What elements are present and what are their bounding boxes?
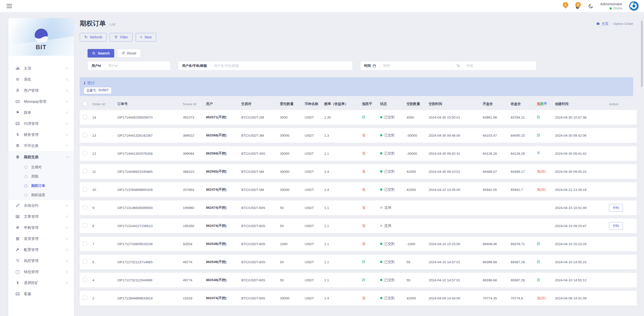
cell-order-id: 7 [92,237,117,251]
column-用户: 用户 [206,100,241,107]
cell-user: 862474(不控) [206,200,241,215]
row-checkbox[interactable] [83,115,87,119]
column-Order Id: Order Id↑ [92,100,117,107]
cell-status: 已交割 [380,146,407,161]
page-title: 期权订单 [80,19,106,28]
cell-amount: 30000 [280,182,305,197]
yen-icon: ¥ [15,280,20,285]
time-from-input[interactable] [380,61,453,70]
sidebar-item-label: 跟单 [24,110,67,115]
cell-status: 已交割 [380,255,407,269]
cell-direction: 涨 [362,182,380,197]
select-all-checkbox[interactable] [83,101,87,106]
column-result: 涨跌平 [537,100,555,107]
cell-close-price [511,219,537,233]
table-row: 12OP1714441302076358389064862568(不控)BTC/… [80,146,637,161]
sidebar-subitem-周期[interactable]: 周期 [8,172,74,181]
sidebar-item-币币交易[interactable]: B币币交易 [8,140,74,151]
sidebar-item-系统[interactable]: ⚙系统 [8,74,74,85]
column-Scene Id: Scene Id [183,100,206,107]
sidebar-item-钱包管理[interactable]: ◯钱包管理 [8,266,74,277]
cell-direction: 涨 [362,146,380,161]
sidebar-item-用户管理[interactable]: 用户管理 [8,85,74,96]
row-checkbox[interactable] [83,187,87,191]
column-交割数量: 交割数量 [407,100,429,107]
filter-button[interactable]: Filter [110,33,132,41]
row-checkbox[interactable] [83,259,87,264]
row-checkbox[interactable] [83,133,87,137]
sidebar-subitem-期权场景[interactable]: 期权场景 [8,190,74,200]
sidebar-item-质押挖矿[interactable]: ¥质押挖矿 [8,277,74,288]
refresh-icon: ↻ [84,35,88,39]
cell-user: 862548(不控) [206,237,241,251]
cell-settle-amount: 55 [407,273,429,287]
sidebar-item-Moonpay管理[interactable]: Moonpay管理 [8,96,74,107]
sort-arrow-icon[interactable]: ↑ [106,102,108,106]
cell-created-at: 2024-04-10 14:55:23 [555,255,609,269]
control-button[interactable]: 控制 [609,222,623,230]
cell-settle-time: 2024-04-22 13:35:00 [429,182,483,197]
cell-order-id: 10 [92,182,117,197]
reset-button[interactable]: ↺ Reset [117,49,141,58]
row-checkbox[interactable] [83,151,87,155]
sidebar-subitem-交易对[interactable]: 交易对 [8,163,74,172]
avatar[interactable] [628,1,639,12]
cell-amount: 30000 [280,128,305,143]
sidebar-subitem-期权订单[interactable]: 期权订单 [8,181,74,190]
breadcrumb-home-link[interactable]: 主页 [596,22,608,26]
row-checkbox[interactable] [83,205,87,209]
user-name-input[interactable] [211,61,352,70]
time-to-input[interactable] [463,61,536,70]
sidebar-item-永续合约[interactable]: 永续合约 [8,200,74,211]
wrench-icon [15,248,20,252]
sidebar-item-申购管理[interactable]: ☸申购管理 [8,222,74,233]
sidebar-item-主页[interactable]: 主页 [8,63,74,74]
sidebar-item-首页管理[interactable]: 首页管理 [8,233,74,244]
sidebar-item-配置管理[interactable]: 配置管理 [8,244,74,255]
scrollbar-thumb[interactable] [641,21,643,87]
cell-action [609,128,637,143]
search-button[interactable]: Search [88,49,114,58]
sort-arrow-icon[interactable]: ↑ [570,102,571,106]
user-info[interactable]: Administrator Online [600,2,622,10]
control-button[interactable]: 控制 [609,204,623,212]
sidebar-item-财务管理[interactable]: $财务管理 [8,129,74,140]
cell-checkbox [80,110,92,125]
circle-bullet-icon [24,166,27,169]
cell-order-id: 9 [92,200,117,215]
cell-scene-id: 389022 [183,128,206,143]
life-ring-icon: ☸ [15,225,20,230]
sidebar-item-代理管理[interactable]: 代理管理 [8,118,74,129]
sidebar-subitem-label: 交易对 [31,165,42,170]
column-收盘价: 收盘价 [511,100,537,107]
row-checkbox[interactable] [83,296,87,300]
user-id-input[interactable] [105,61,170,70]
refresh-button[interactable]: ↻ Refresh [80,33,107,41]
sidebar-item-客服[interactable]: 客服 [8,288,74,299]
chevron-left-icon [66,67,69,70]
cell-scene-id: 49774 [183,273,206,287]
cell-checkbox [80,128,92,143]
menu-toggle-icon[interactable] [7,4,12,8]
column-订单号: 订单号 [117,100,183,107]
cell-checkbox [80,291,92,305]
sidebar-item-文章管理[interactable]: 文章管理 [8,211,74,222]
new-button[interactable]: + New [136,33,156,41]
medal-badge[interactable]: 1 [562,2,569,10]
row-checkbox[interactable] [83,169,87,173]
cell-scene-id: 15318 [183,291,206,305]
brand-logo-icon [34,28,48,42]
sidebar-item-跟单[interactable]: ⚑跟单 [8,107,74,118]
circle-icon: ◯ [15,270,20,274]
cell-amount: 3000 [280,110,305,125]
row-checkbox[interactable] [83,241,87,246]
sidebar-item-风控管理[interactable]: 风控管理 [8,255,74,266]
dark-mode-toggle[interactable] [588,3,594,9]
row-checkbox[interactable] [83,223,87,228]
cell-action [609,182,637,197]
cell-result: 涨(控) [537,164,555,179]
status-dot [380,188,382,191]
row-checkbox[interactable] [83,278,87,282]
sidebar-item-期权交易[interactable]: ฿期权交易 [8,151,74,163]
notification-badge[interactable]: 0 [575,2,582,10]
